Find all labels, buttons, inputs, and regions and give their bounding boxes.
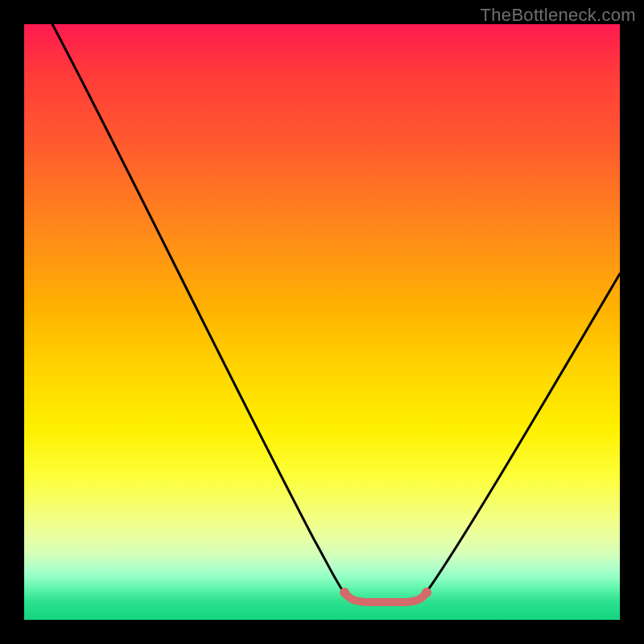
bottleneck-curve xyxy=(52,24,620,602)
plot-area xyxy=(24,24,620,620)
curve-svg xyxy=(24,24,620,620)
watermark-text: TheBottleneck.com xyxy=(481,5,636,26)
highlight-segment xyxy=(345,592,427,602)
highlight-dot-right xyxy=(422,588,431,597)
highlight-dot-left xyxy=(340,588,349,597)
chart-frame: TheBottleneck.com xyxy=(0,0,644,644)
